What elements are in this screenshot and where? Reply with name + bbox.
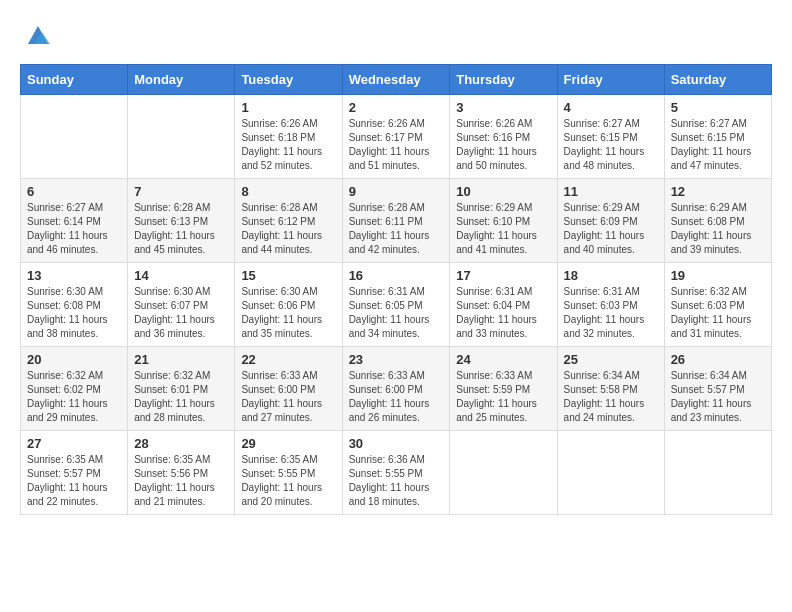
logo (20, 20, 52, 48)
calendar-cell: 26Sunrise: 6:34 AM Sunset: 5:57 PM Dayli… (664, 347, 771, 431)
day-info: Sunrise: 6:34 AM Sunset: 5:58 PM Dayligh… (564, 369, 658, 425)
day-info: Sunrise: 6:27 AM Sunset: 6:15 PM Dayligh… (671, 117, 765, 173)
calendar-week-row: 1Sunrise: 6:26 AM Sunset: 6:18 PM Daylig… (21, 95, 772, 179)
day-number: 10 (456, 184, 550, 199)
day-number: 4 (564, 100, 658, 115)
day-info: Sunrise: 6:32 AM Sunset: 6:01 PM Dayligh… (134, 369, 228, 425)
day-number: 22 (241, 352, 335, 367)
calendar-cell: 24Sunrise: 6:33 AM Sunset: 5:59 PM Dayli… (450, 347, 557, 431)
calendar-table: SundayMondayTuesdayWednesdayThursdayFrid… (20, 64, 772, 515)
calendar-week-row: 27Sunrise: 6:35 AM Sunset: 5:57 PM Dayli… (21, 431, 772, 515)
day-number: 16 (349, 268, 444, 283)
logo-icon (24, 20, 52, 48)
day-info: Sunrise: 6:27 AM Sunset: 6:14 PM Dayligh… (27, 201, 121, 257)
calendar-cell: 5Sunrise: 6:27 AM Sunset: 6:15 PM Daylig… (664, 95, 771, 179)
day-info: Sunrise: 6:35 AM Sunset: 5:57 PM Dayligh… (27, 453, 121, 509)
day-info: Sunrise: 6:28 AM Sunset: 6:11 PM Dayligh… (349, 201, 444, 257)
day-info: Sunrise: 6:32 AM Sunset: 6:02 PM Dayligh… (27, 369, 121, 425)
day-info: Sunrise: 6:27 AM Sunset: 6:15 PM Dayligh… (564, 117, 658, 173)
day-number: 6 (27, 184, 121, 199)
calendar-cell: 16Sunrise: 6:31 AM Sunset: 6:05 PM Dayli… (342, 263, 450, 347)
day-number: 18 (564, 268, 658, 283)
day-info: Sunrise: 6:31 AM Sunset: 6:03 PM Dayligh… (564, 285, 658, 341)
day-info: Sunrise: 6:30 AM Sunset: 6:08 PM Dayligh… (27, 285, 121, 341)
day-number: 8 (241, 184, 335, 199)
day-number: 2 (349, 100, 444, 115)
day-info: Sunrise: 6:29 AM Sunset: 6:09 PM Dayligh… (564, 201, 658, 257)
day-info: Sunrise: 6:33 AM Sunset: 5:59 PM Dayligh… (456, 369, 550, 425)
day-number: 19 (671, 268, 765, 283)
day-info: Sunrise: 6:32 AM Sunset: 6:03 PM Dayligh… (671, 285, 765, 341)
calendar-cell: 15Sunrise: 6:30 AM Sunset: 6:06 PM Dayli… (235, 263, 342, 347)
calendar-cell: 27Sunrise: 6:35 AM Sunset: 5:57 PM Dayli… (21, 431, 128, 515)
calendar-cell: 18Sunrise: 6:31 AM Sunset: 6:03 PM Dayli… (557, 263, 664, 347)
day-number: 11 (564, 184, 658, 199)
day-info: Sunrise: 6:26 AM Sunset: 6:16 PM Dayligh… (456, 117, 550, 173)
calendar-cell: 13Sunrise: 6:30 AM Sunset: 6:08 PM Dayli… (21, 263, 128, 347)
calendar-cell: 10Sunrise: 6:29 AM Sunset: 6:10 PM Dayli… (450, 179, 557, 263)
page-header (20, 20, 772, 48)
day-info: Sunrise: 6:28 AM Sunset: 6:13 PM Dayligh… (134, 201, 228, 257)
day-number: 7 (134, 184, 228, 199)
day-info: Sunrise: 6:36 AM Sunset: 5:55 PM Dayligh… (349, 453, 444, 509)
calendar-cell (557, 431, 664, 515)
day-info: Sunrise: 6:30 AM Sunset: 6:06 PM Dayligh… (241, 285, 335, 341)
day-number: 9 (349, 184, 444, 199)
calendar-cell: 21Sunrise: 6:32 AM Sunset: 6:01 PM Dayli… (128, 347, 235, 431)
calendar-header-sunday: Sunday (21, 65, 128, 95)
calendar-header-saturday: Saturday (664, 65, 771, 95)
day-info: Sunrise: 6:26 AM Sunset: 6:18 PM Dayligh… (241, 117, 335, 173)
day-info: Sunrise: 6:34 AM Sunset: 5:57 PM Dayligh… (671, 369, 765, 425)
day-number: 3 (456, 100, 550, 115)
day-info: Sunrise: 6:33 AM Sunset: 6:00 PM Dayligh… (241, 369, 335, 425)
day-info: Sunrise: 6:29 AM Sunset: 6:10 PM Dayligh… (456, 201, 550, 257)
day-number: 17 (456, 268, 550, 283)
day-info: Sunrise: 6:29 AM Sunset: 6:08 PM Dayligh… (671, 201, 765, 257)
day-number: 30 (349, 436, 444, 451)
calendar-cell: 6Sunrise: 6:27 AM Sunset: 6:14 PM Daylig… (21, 179, 128, 263)
day-number: 14 (134, 268, 228, 283)
day-number: 28 (134, 436, 228, 451)
calendar-header-tuesday: Tuesday (235, 65, 342, 95)
calendar-cell (450, 431, 557, 515)
calendar-cell: 2Sunrise: 6:26 AM Sunset: 6:17 PM Daylig… (342, 95, 450, 179)
day-number: 21 (134, 352, 228, 367)
calendar-cell: 12Sunrise: 6:29 AM Sunset: 6:08 PM Dayli… (664, 179, 771, 263)
calendar-header-wednesday: Wednesday (342, 65, 450, 95)
day-info: Sunrise: 6:35 AM Sunset: 5:55 PM Dayligh… (241, 453, 335, 509)
day-number: 1 (241, 100, 335, 115)
calendar-cell: 7Sunrise: 6:28 AM Sunset: 6:13 PM Daylig… (128, 179, 235, 263)
day-number: 24 (456, 352, 550, 367)
day-number: 12 (671, 184, 765, 199)
calendar-cell: 20Sunrise: 6:32 AM Sunset: 6:02 PM Dayli… (21, 347, 128, 431)
calendar-cell: 25Sunrise: 6:34 AM Sunset: 5:58 PM Dayli… (557, 347, 664, 431)
day-info: Sunrise: 6:31 AM Sunset: 6:05 PM Dayligh… (349, 285, 444, 341)
day-info: Sunrise: 6:35 AM Sunset: 5:56 PM Dayligh… (134, 453, 228, 509)
day-number: 13 (27, 268, 121, 283)
calendar-cell: 19Sunrise: 6:32 AM Sunset: 6:03 PM Dayli… (664, 263, 771, 347)
day-info: Sunrise: 6:31 AM Sunset: 6:04 PM Dayligh… (456, 285, 550, 341)
calendar-week-row: 20Sunrise: 6:32 AM Sunset: 6:02 PM Dayli… (21, 347, 772, 431)
day-number: 26 (671, 352, 765, 367)
calendar-header-monday: Monday (128, 65, 235, 95)
day-info: Sunrise: 6:26 AM Sunset: 6:17 PM Dayligh… (349, 117, 444, 173)
day-info: Sunrise: 6:28 AM Sunset: 6:12 PM Dayligh… (241, 201, 335, 257)
calendar-header-row: SundayMondayTuesdayWednesdayThursdayFrid… (21, 65, 772, 95)
calendar-cell: 17Sunrise: 6:31 AM Sunset: 6:04 PM Dayli… (450, 263, 557, 347)
day-number: 23 (349, 352, 444, 367)
day-number: 27 (27, 436, 121, 451)
calendar-cell: 4Sunrise: 6:27 AM Sunset: 6:15 PM Daylig… (557, 95, 664, 179)
calendar-cell: 30Sunrise: 6:36 AM Sunset: 5:55 PM Dayli… (342, 431, 450, 515)
day-info: Sunrise: 6:30 AM Sunset: 6:07 PM Dayligh… (134, 285, 228, 341)
calendar-cell: 22Sunrise: 6:33 AM Sunset: 6:00 PM Dayli… (235, 347, 342, 431)
calendar-header-thursday: Thursday (450, 65, 557, 95)
day-info: Sunrise: 6:33 AM Sunset: 6:00 PM Dayligh… (349, 369, 444, 425)
calendar-cell: 14Sunrise: 6:30 AM Sunset: 6:07 PM Dayli… (128, 263, 235, 347)
calendar-cell: 28Sunrise: 6:35 AM Sunset: 5:56 PM Dayli… (128, 431, 235, 515)
day-number: 25 (564, 352, 658, 367)
calendar-cell: 23Sunrise: 6:33 AM Sunset: 6:00 PM Dayli… (342, 347, 450, 431)
calendar-cell: 1Sunrise: 6:26 AM Sunset: 6:18 PM Daylig… (235, 95, 342, 179)
calendar-week-row: 13Sunrise: 6:30 AM Sunset: 6:08 PM Dayli… (21, 263, 772, 347)
day-number: 5 (671, 100, 765, 115)
day-number: 29 (241, 436, 335, 451)
